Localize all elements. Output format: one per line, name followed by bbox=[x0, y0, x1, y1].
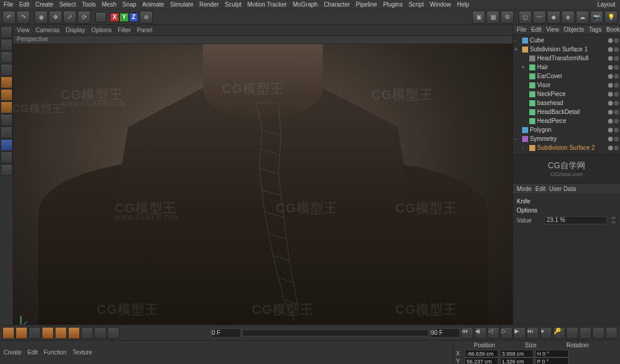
visibility-dots[interactable] bbox=[608, 38, 619, 43]
menu-file[interactable]: File bbox=[4, 1, 13, 8]
attr-value-input[interactable]: 23.1 % bbox=[544, 216, 607, 224]
visibility-dots[interactable] bbox=[608, 65, 619, 70]
tree-row[interactable]: Visor bbox=[513, 81, 620, 90]
pos-x-input[interactable] bbox=[465, 350, 498, 357]
layout-dropdown[interactable]: Layout bbox=[597, 1, 615, 8]
menu-motion-tracker[interactable]: Motion Tracker bbox=[248, 1, 287, 8]
menu-script[interactable]: Script bbox=[409, 1, 424, 8]
frame-start-input[interactable] bbox=[211, 328, 241, 338]
tree-row[interactable]: Polygon bbox=[513, 125, 620, 134]
texture-mode-button[interactable] bbox=[1, 51, 13, 63]
mat-tab-edit[interactable]: Edit bbox=[27, 349, 38, 356]
rotate-button[interactable]: ⟳ bbox=[78, 11, 91, 24]
vp-menu-filter[interactable]: Filter bbox=[118, 27, 131, 33]
timeline-tool-3[interactable] bbox=[29, 327, 41, 339]
polygons-mode-button[interactable] bbox=[1, 101, 13, 113]
axis-x-toggle[interactable]: X bbox=[110, 13, 119, 22]
record-button[interactable]: ● bbox=[540, 327, 552, 339]
tree-row[interactable]: HeadTransformNull bbox=[513, 54, 620, 63]
menu-mesh[interactable]: Mesh bbox=[102, 1, 116, 8]
tree-row[interactable]: HeadPiece bbox=[513, 116, 620, 125]
visibility-dots[interactable] bbox=[608, 137, 619, 141]
size-x-input[interactable] bbox=[500, 350, 533, 357]
visibility-dots[interactable] bbox=[608, 83, 619, 88]
menu-plugins[interactable]: Plugins bbox=[383, 1, 403, 8]
visibility-dots[interactable] bbox=[608, 74, 619, 79]
visibility-dots[interactable] bbox=[608, 119, 619, 124]
tree-row[interactable]: +Subdivision Surface 1 bbox=[513, 45, 620, 54]
menu-select[interactable]: Select bbox=[59, 1, 76, 8]
scale-button[interactable]: ⤢ bbox=[63, 11, 76, 24]
goto-end-button[interactable]: ⏭ bbox=[527, 327, 539, 339]
menu-character[interactable]: Character bbox=[323, 1, 350, 8]
play-button[interactable]: ▷ bbox=[501, 327, 513, 339]
key-scale-button[interactable] bbox=[579, 327, 591, 339]
pos-y-input[interactable] bbox=[465, 357, 498, 364]
menu-mograph[interactable]: MoGraph bbox=[293, 1, 318, 8]
add-deformer-button[interactable]: ◈ bbox=[562, 11, 575, 24]
visibility-dots[interactable] bbox=[608, 56, 619, 61]
menu-sculpt[interactable]: Sculpt bbox=[225, 1, 242, 8]
mat-tab-texture[interactable]: Texture bbox=[73, 349, 92, 356]
rot-h-input[interactable] bbox=[535, 350, 569, 357]
menu-edit[interactable]: Edit bbox=[19, 1, 29, 8]
key-param-button[interactable] bbox=[606, 327, 618, 339]
coord-system-button[interactable]: ⊕ bbox=[140, 11, 153, 24]
workplane-button[interactable] bbox=[1, 64, 13, 76]
attr-value-spinner[interactable] bbox=[610, 216, 616, 224]
autokey-button[interactable]: 🔑 bbox=[553, 327, 565, 339]
vp-menu-options[interactable]: Options bbox=[91, 27, 112, 33]
expand-toggle-icon[interactable]: + bbox=[514, 46, 520, 53]
visibility-dots[interactable] bbox=[608, 47, 619, 52]
expand-toggle-icon[interactable]: - bbox=[514, 37, 520, 44]
timeline-tool-7[interactable] bbox=[81, 327, 93, 339]
key-rot-button[interactable] bbox=[593, 327, 604, 339]
goto-start-button[interactable]: ⏮ bbox=[461, 327, 473, 339]
points-mode-button[interactable] bbox=[1, 76, 13, 88]
chevron-up-icon[interactable] bbox=[610, 216, 616, 220]
tree-row[interactable]: +Hair bbox=[513, 63, 620, 72]
menu-render[interactable]: Render bbox=[199, 1, 219, 8]
visibility-dots[interactable] bbox=[608, 92, 619, 97]
menu-simulate[interactable]: Simulate bbox=[170, 1, 193, 8]
tree-row[interactable]: HeadBackDetail bbox=[513, 107, 620, 116]
menu-create[interactable]: Create bbox=[35, 1, 53, 8]
visibility-dots[interactable] bbox=[608, 110, 619, 115]
add-spline-button[interactable]: 〰 bbox=[533, 11, 546, 24]
menu-animate[interactable]: Animate bbox=[142, 1, 164, 8]
move-button[interactable]: ✥ bbox=[49, 11, 62, 24]
add-generator-button[interactable]: ◆ bbox=[547, 11, 560, 24]
timeline-tool-4[interactable] bbox=[42, 327, 54, 339]
menu-tools[interactable]: Tools bbox=[82, 1, 95, 8]
om-file[interactable]: File bbox=[517, 26, 526, 33]
frame-end-input[interactable] bbox=[430, 328, 460, 338]
make-editable-button[interactable] bbox=[1, 26, 13, 38]
om-edit[interactable]: Edit bbox=[531, 26, 541, 33]
tree-row[interactable]: -Symmetry bbox=[513, 134, 620, 143]
add-cube-button[interactable]: ◻ bbox=[519, 11, 532, 24]
enable-snap-button[interactable] bbox=[1, 139, 13, 151]
attr-section-options[interactable]: Options bbox=[517, 207, 616, 214]
redo-button[interactable]: ↷ bbox=[17, 11, 30, 24]
expand-toggle-icon[interactable]: - bbox=[522, 144, 528, 151]
tree-row[interactable]: basehead bbox=[513, 98, 620, 107]
attr-edit[interactable]: Edit bbox=[535, 186, 545, 192]
visibility-dots[interactable] bbox=[608, 101, 619, 106]
prev-frame-button[interactable]: ◀ bbox=[474, 327, 486, 339]
expand-toggle-icon[interactable]: - bbox=[514, 135, 520, 142]
menu-snap[interactable]: Snap bbox=[122, 1, 136, 8]
viewport-solo-button[interactable] bbox=[1, 127, 13, 138]
perspective-viewport[interactable]: CG模型王 WWW.CGMXW.COM CG模型王 CG模型王 CG模型王 WW… bbox=[13, 44, 513, 335]
timeline-tool-5[interactable] bbox=[55, 327, 67, 339]
timeline-tool-2[interactable] bbox=[16, 327, 27, 339]
render-settings-button[interactable]: ⚙ bbox=[501, 11, 514, 24]
om-bookmarks[interactable]: Bookmarks bbox=[606, 26, 620, 33]
add-light-button[interactable]: 💡 bbox=[604, 11, 618, 24]
object-tree[interactable]: -Cube+Subdivision Surface 1HeadTransform… bbox=[513, 35, 620, 154]
play-back-button[interactable]: ◁ bbox=[488, 327, 499, 339]
next-frame-button[interactable]: ▶ bbox=[514, 327, 526, 339]
rot-p-input[interactable] bbox=[535, 357, 569, 364]
vp-menu-panel[interactable]: Panel bbox=[137, 27, 153, 33]
add-camera-button[interactable]: 📷 bbox=[590, 11, 603, 24]
timeline-tool-1[interactable] bbox=[2, 327, 14, 339]
